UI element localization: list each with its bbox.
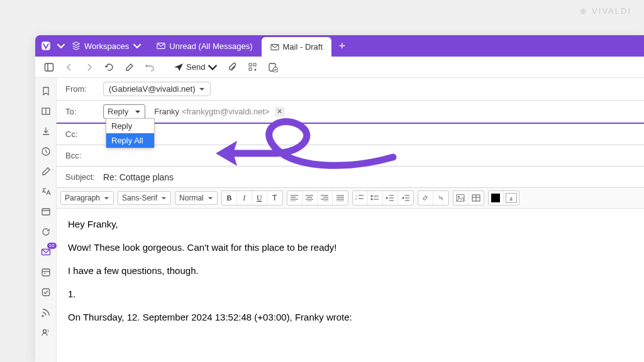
history-panel-button[interactable] [36,142,55,161]
compose-pane: From: (GabrielaV@vivaldi.net) To: Reply … [57,78,644,362]
svg-point-45 [371,199,373,200]
bold-button[interactable]: B [222,191,237,205]
text-color-button[interactable] [489,191,504,205]
outdent-button[interactable] [383,191,398,205]
body-line: 1. [68,287,633,300]
attach-button[interactable] [224,58,242,76]
notes-panel-button[interactable] [36,162,55,181]
body-line: Wow! These look gorgeous. Can't wait for… [68,241,633,254]
translate-panel-button[interactable] [36,182,55,201]
underline-button[interactable]: U [252,191,267,205]
subject-label: Subject: [65,172,97,182]
align-center-button[interactable] [303,191,318,205]
insert-table-button[interactable] [469,191,484,205]
refresh-button[interactable] [101,58,118,76]
from-account-select[interactable]: (GabrielaV@vivaldi.net) [103,82,211,96]
mail-icon [157,41,165,50]
remove-recipient-button[interactable]: ✕ [275,107,285,117]
send-label: Send [186,62,205,72]
new-tab-button[interactable]: + [331,35,353,57]
align-left-button[interactable] [287,191,303,205]
reply-selected: Reply [108,107,128,116]
vivaldi-menu-button[interactable] [35,35,57,57]
format-toolbar: Paragraph Sans-Serif Normal B I U Ƭ 12 [57,188,644,209]
edit-button[interactable] [121,58,138,76]
recipient-chip[interactable]: Franky <frankygtn@vivaldi.net> ✕ [152,106,287,118]
undo-button[interactable] [141,58,158,76]
brand-watermark: ⊕ VIVALDI [580,6,631,16]
highlight-color-button[interactable]: a [506,193,517,203]
more-options-button[interactable] [244,58,262,76]
chevron-down-icon [133,41,142,50]
workspaces-label: Workspaces [84,41,129,51]
align-right-button[interactable] [318,191,333,205]
contacts-panel-button[interactable]: 1 [36,323,55,342]
svg-text:2: 2 [355,197,357,200]
tab-label: Unread (All Messages) [169,41,252,51]
vivaldi-menu-caret-icon[interactable] [57,35,65,57]
paragraph-style-select[interactable]: Paragraph [60,191,114,205]
font-size-select[interactable]: Normal [175,191,218,205]
body-line: Hey Franky, [68,217,633,231]
link-button[interactable] [418,191,433,205]
feeds-panel-button[interactable] [36,303,55,322]
chevron-down-icon [135,109,141,115]
downloads-panel-button[interactable] [36,122,55,141]
subject-input[interactable] [103,172,635,182]
svg-rect-6 [253,63,256,66]
text-style-group: B I U Ƭ [221,190,283,206]
unordered-list-button[interactable] [368,191,383,205]
italic-button[interactable]: I [237,191,252,205]
link-group [418,190,449,206]
workspaces-button[interactable]: Workspaces [65,35,148,57]
nav-back-button[interactable] [60,58,78,76]
dropdown-option-reply[interactable]: Reply [106,119,154,133]
cc-label: Cc: [65,129,97,139]
ordered-list-button[interactable]: 12 [353,191,368,205]
send-button[interactable]: Send [170,58,221,76]
chevron-down-icon [199,86,205,92]
body-line: I have a few questions, though. [68,264,633,277]
svg-rect-3 [45,63,53,71]
svg-point-22 [43,330,46,333]
body-line: On Thursday, 12. September 2024 13:52:48… [68,310,633,324]
side-panel: 10 1 [35,78,57,362]
from-label: From: [65,84,97,94]
bcc-row[interactable]: Bcc: [57,145,644,167]
send-icon [174,62,184,72]
nav-forward-button[interactable] [80,58,98,76]
dropdown-option-reply-all[interactable]: Reply All [106,133,154,148]
svg-point-20 [44,273,45,274]
color-group: a [488,190,519,206]
font-family-select[interactable]: Sans-Serif [118,191,171,205]
svg-rect-21 [42,289,49,296]
svg-rect-18 [42,269,50,276]
svg-rect-7 [249,68,252,70]
calendar-panel-button[interactable] [36,263,55,282]
compose-toolbar: Send [35,57,644,78]
bcc-label: Bcc: [65,151,97,160]
sessions-panel-button[interactable] [36,222,55,241]
reply-type-dropdown: Reply Reply All [106,118,155,148]
mail-body-editor[interactable]: Hey Franky, Wow! These look gorgeous. Ca… [57,209,644,343]
indent-button[interactable] [398,191,413,205]
reading-list-panel-button[interactable] [36,102,55,121]
align-justify-button[interactable] [333,191,348,205]
unlink-button[interactable] [433,191,448,205]
tab-unread[interactable]: Unread (All Messages) [148,35,261,57]
tab-draft[interactable]: Mail - Draft [262,37,332,57]
svg-rect-15 [42,209,50,215]
window-panel-button[interactable] [36,202,55,221]
from-value: (GabrielaV@vivaldi.net) [109,84,195,94]
tasks-panel-button[interactable] [36,283,55,302]
discard-button[interactable] [264,58,282,76]
bookmarks-panel-button[interactable] [36,82,55,101]
clear-format-button[interactable]: Ƭ [267,191,282,205]
browser-window: Workspaces Unread (All Messages) Mail - … [35,35,644,362]
insert-image-button[interactable] [453,191,469,205]
panel-toggle-button[interactable] [40,58,58,76]
to-label: To: [65,107,97,116]
mail-icon [270,43,279,52]
mail-panel-button[interactable]: 10 [36,243,55,261]
reply-type-select[interactable]: Reply [103,104,145,119]
